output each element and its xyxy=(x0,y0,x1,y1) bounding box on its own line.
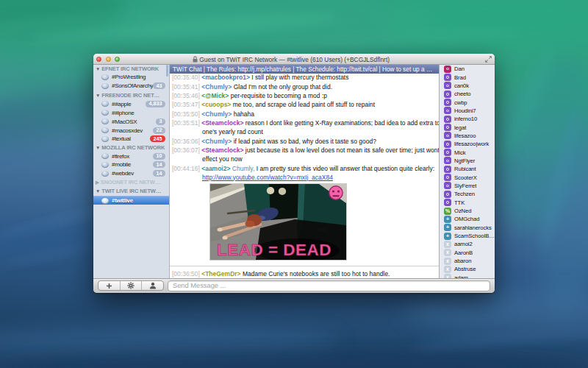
svg-text:LEAD = DEAD: LEAD = DEAD xyxy=(217,241,331,259)
